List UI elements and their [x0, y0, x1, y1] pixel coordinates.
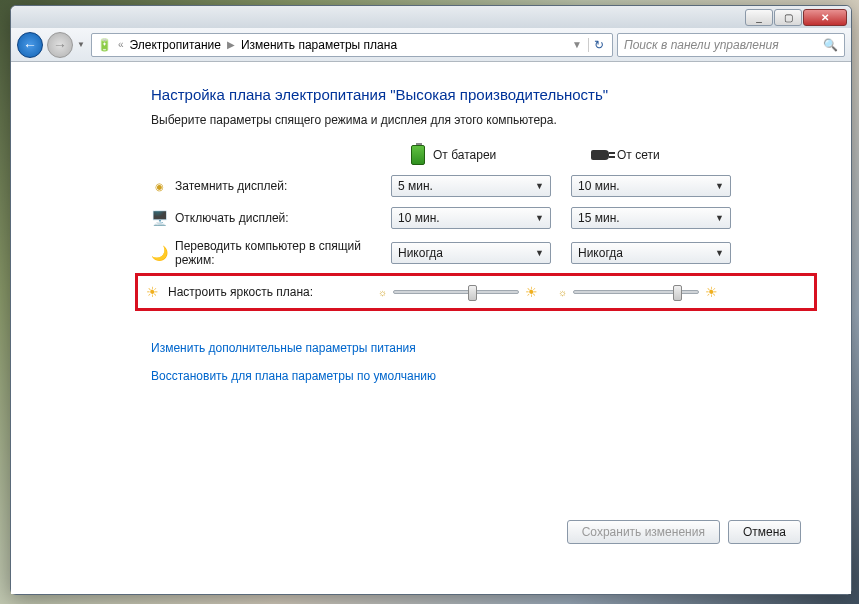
- search-input[interactable]: Поиск в панели управления 🔍: [617, 33, 845, 57]
- plug-icon: [591, 150, 609, 160]
- window: _ ▢ ✕ ← → ▼ 🔋 « Электропитание ▶ Изменит…: [10, 5, 852, 595]
- column-ac: От сети: [571, 148, 731, 162]
- dim-icon: ◉: [151, 178, 167, 194]
- cancel-button[interactable]: Отмена: [728, 520, 801, 544]
- dim-battery-select[interactable]: 5 мин.▼: [391, 175, 551, 197]
- brightness-ac-slider[interactable]: ☼ ☀: [558, 284, 718, 300]
- brightness-battery-slider[interactable]: ☼ ☀: [378, 284, 538, 300]
- page-title: Настройка плана электропитания "Высокая …: [151, 86, 801, 103]
- maximize-button[interactable]: ▢: [774, 9, 802, 26]
- sun-icon: ☀: [144, 284, 160, 300]
- column-battery: От батареи: [391, 145, 551, 165]
- monitor-icon: 🖥️: [151, 210, 167, 226]
- power-icon: 🔋: [96, 37, 112, 53]
- row-brightness-label: ☀ Настроить яркость плана:: [144, 284, 358, 300]
- slider-thumb[interactable]: [673, 285, 682, 301]
- history-dropdown[interactable]: ▼: [77, 40, 87, 49]
- sleep-battery-select[interactable]: Никогда▼: [391, 242, 551, 264]
- breadcrumb-item[interactable]: Электропитание: [130, 38, 221, 52]
- minimize-button[interactable]: _: [745, 9, 773, 26]
- refresh-button[interactable]: ↻: [588, 38, 608, 52]
- titlebar: _ ▢ ✕: [11, 6, 851, 28]
- dim-ac-select[interactable]: 10 мин.▼: [571, 175, 731, 197]
- slider-thumb[interactable]: [468, 285, 477, 301]
- brightness-row-highlight: ☀ Настроить яркость плана: ☼ ☀ ☼ ☀: [135, 273, 817, 311]
- save-button: Сохранить изменения: [567, 520, 720, 544]
- chevron-down-icon[interactable]: ▼: [572, 39, 582, 50]
- links: Изменить дополнительные параметры питани…: [151, 341, 801, 383]
- sun-dim-icon: ☼: [378, 287, 387, 298]
- off-battery-select[interactable]: 10 мин.▼: [391, 207, 551, 229]
- advanced-settings-link[interactable]: Изменить дополнительные параметры питани…: [151, 341, 801, 355]
- battery-icon: [411, 145, 425, 165]
- navbar: ← → ▼ 🔋 « Электропитание ▶ Изменить пара…: [11, 28, 851, 62]
- search-icon: 🔍: [823, 38, 838, 52]
- row-sleep-label: 🌙 Переводить компьютер в спящий режим:: [151, 239, 371, 267]
- sun-bright-icon: ☀: [705, 284, 718, 300]
- restore-defaults-link[interactable]: Восстановить для плана параметры по умол…: [151, 369, 801, 383]
- moon-icon: 🌙: [151, 245, 167, 261]
- address-bar[interactable]: 🔋 « Электропитание ▶ Изменить параметры …: [91, 33, 613, 57]
- back-button[interactable]: ←: [17, 32, 43, 58]
- sun-dim-icon: ☼: [558, 287, 567, 298]
- row-off-label: 🖥️ Отключать дисплей:: [151, 210, 371, 226]
- chevron-right-icon: ▶: [227, 39, 235, 50]
- forward-button: →: [47, 32, 73, 58]
- off-ac-select[interactable]: 15 мин.▼: [571, 207, 731, 229]
- breadcrumb-item[interactable]: Изменить параметры плана: [241, 38, 397, 52]
- content: Настройка плана электропитания "Высокая …: [11, 62, 851, 594]
- page-subtitle: Выберите параметры спящего режима и дисп…: [151, 113, 801, 127]
- row-dim-label: ◉ Затемнить дисплей:: [151, 178, 371, 194]
- sleep-ac-select[interactable]: Никогда▼: [571, 242, 731, 264]
- close-button[interactable]: ✕: [803, 9, 847, 26]
- breadcrumb-sep: «: [118, 39, 124, 50]
- sun-bright-icon: ☀: [525, 284, 538, 300]
